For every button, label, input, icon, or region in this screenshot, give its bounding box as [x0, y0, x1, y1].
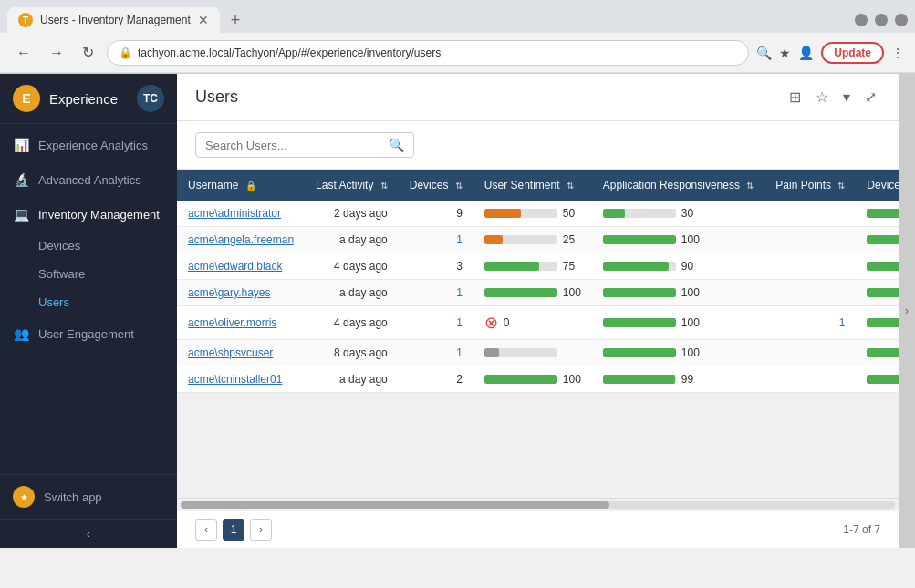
cell-device-performance — [856, 227, 899, 253]
cell-last-activity: 4 days ago — [305, 253, 399, 280]
sidebar-item-experience-analytics[interactable]: 📊 Experience Analytics — [0, 128, 177, 162]
search-bar: 🔍 — [177, 121, 899, 170]
sidebar-subitem-software[interactable]: Software — [0, 260, 177, 288]
username-link[interactable]: acme\oliver.morris — [188, 316, 276, 329]
inventory-management-icon: 💻 — [13, 206, 29, 222]
cell-pain-points — [764, 366, 856, 393]
username-link[interactable]: acme\administrator — [188, 207, 281, 220]
cell-app-responsiveness: 99 — [592, 366, 764, 393]
users-table-wrap[interactable]: Username 🔒 Last Activity ⇅ Devices ⇅ — [177, 170, 899, 498]
cell-pain-points — [764, 201, 856, 227]
next-page-button[interactable]: › — [250, 519, 272, 541]
menu-icon[interactable]: ⋮ — [891, 46, 904, 60]
forward-button[interactable]: → — [44, 43, 69, 63]
sidebar-subitem-devices[interactable]: Devices — [0, 232, 177, 260]
cell-pain-points — [764, 280, 856, 306]
logo-text: E — [22, 91, 30, 106]
new-tab-button[interactable]: + — [227, 11, 244, 30]
search-input[interactable] — [205, 139, 389, 152]
username-link[interactable]: acme\shpsvcuser — [188, 346, 273, 359]
advanced-analytics-icon: 🔬 — [13, 171, 29, 188]
window-minimize-button[interactable] — [855, 14, 868, 26]
address-input[interactable]: 🔒 tachyon.acme.local/Tachyon/App/#/exper… — [107, 40, 749, 66]
cell-devices: 1 — [399, 340, 473, 366]
cell-device-performance — [856, 253, 899, 280]
sidebar-nav: 📊 Experience Analytics 🔬 Advanced Analyt… — [0, 124, 177, 474]
username-link[interactable]: acme\edward.black — [188, 260, 282, 273]
cell-last-activity: a day ago — [305, 280, 399, 306]
profile-icon[interactable]: 👤 — [798, 46, 814, 60]
cell-username: acme\edward.black — [177, 253, 305, 280]
cell-device-performance — [856, 366, 899, 393]
cell-username: acme\angela.freeman — [177, 227, 305, 253]
cell-device-performance — [856, 280, 899, 306]
cell-user-sentiment — [473, 340, 592, 366]
expand-button[interactable]: ⤢ — [861, 85, 880, 109]
prev-page-button[interactable]: ‹ — [195, 519, 217, 541]
search-input-wrap[interactable]: 🔍 — [195, 132, 414, 158]
right-panel-collapse[interactable]: › — [899, 74, 915, 548]
username-link[interactable]: acme\gary.hayes — [188, 286, 271, 299]
window-close-button[interactable] — [895, 14, 908, 26]
collapse-icon: ‹ — [87, 527, 90, 541]
tab-close-button[interactable]: ✕ — [198, 13, 209, 27]
col-username[interactable]: Username 🔒 — [177, 170, 305, 201]
active-tab[interactable]: T Users - Inventory Management ✕ — [7, 7, 220, 33]
layout-toggle-button[interactable]: ⊞ — [785, 85, 805, 109]
cell-device-performance — [856, 306, 899, 340]
sidebar-subitem-users[interactable]: Users — [0, 288, 177, 316]
sidebar-item-user-engagement[interactable]: 👥 User Engagement — [0, 316, 177, 351]
bookmark-icon[interactable]: ★ — [779, 46, 791, 60]
cell-last-activity: 4 days ago — [305, 306, 399, 340]
window-maximize-button[interactable] — [875, 14, 888, 26]
user-engagement-icon: 👥 — [13, 325, 29, 342]
col-user-sentiment[interactable]: User Sentiment ⇅ — [473, 170, 592, 201]
horizontal-scrollbar[interactable] — [177, 498, 899, 511]
header-actions: ⊞ ☆ ▾ ⤢ — [785, 85, 880, 109]
search-submit-icon[interactable]: 🔍 — [389, 138, 404, 152]
page-info: 1-7 of 7 — [843, 523, 880, 536]
sort-icon: ⇅ — [380, 181, 388, 191]
col-device-performance[interactable]: Device Performance ⇅ — [856, 170, 899, 201]
table-row: acme\edward.black4 days ago37590 — [177, 253, 899, 280]
table-footer: ‹ 1 › 1-7 of 7 — [177, 511, 899, 548]
favorite-button[interactable]: ☆ — [812, 85, 832, 109]
col-pain-points[interactable]: Pain Points ⇅ — [764, 170, 856, 201]
sidebar-item-advanced-analytics[interactable]: 🔬 Advanced Analytics — [0, 162, 177, 197]
cell-app-responsiveness: 100 — [592, 340, 764, 366]
cell-app-responsiveness: 100 — [592, 306, 764, 340]
dropdown-button[interactable]: ▾ — [839, 85, 854, 109]
search-icon[interactable]: 🔍 — [756, 46, 772, 60]
col-devices[interactable]: Devices ⇅ — [399, 170, 473, 201]
col-last-activity[interactable]: Last Activity ⇅ — [305, 170, 399, 201]
address-actions: 🔍 ★ 👤 Update ⋮ — [756, 42, 904, 64]
sidebar: E Experience TC 📊 Experience Analytics 🔬… — [0, 74, 177, 548]
right-collapse-icon: › — [905, 304, 909, 317]
table-header-row: Username 🔒 Last Activity ⇅ Devices ⇅ — [177, 170, 899, 201]
browser-chrome: T Users - Inventory Management ✕ + ← → ↻… — [0, 0, 915, 74]
switch-app-icon: ★ — [13, 486, 35, 508]
switch-app-label: Switch app — [44, 490, 102, 504]
table-body: acme\administrator2 days ago95030acme\an… — [177, 201, 899, 393]
table-row: acme\administrator2 days ago95030 — [177, 201, 899, 227]
sidebar-footer[interactable]: ★ Switch app — [0, 474, 177, 519]
sidebar-collapse-button[interactable]: ‹ — [0, 519, 177, 548]
table-row: acme\angela.freemana day ago125100 — [177, 227, 899, 253]
sort-icon: ⇅ — [746, 181, 754, 191]
cell-devices: 2 — [399, 366, 473, 393]
lock-icon: 🔒 — [119, 46, 132, 59]
username-link[interactable]: acme\angela.freeman — [188, 233, 294, 246]
sidebar-item-inventory-management[interactable]: 💻 Inventory Management — [0, 197, 177, 232]
sidebar-item-label: Advanced Analytics — [38, 173, 141, 187]
username-link[interactable]: acme\tcninstaller01 — [188, 373, 282, 386]
tab-bar: T Users - Inventory Management ✕ + — [0, 0, 915, 33]
reload-button[interactable]: ↻ — [77, 42, 99, 63]
scroll-thumb[interactable] — [181, 501, 609, 509]
col-app-responsiveness[interactable]: Application Responsiveness ⇅ — [592, 170, 764, 201]
update-button[interactable]: Update — [821, 42, 884, 64]
sidebar-header: E Experience TC — [0, 74, 177, 124]
back-button[interactable]: ← — [11, 43, 36, 63]
sidebar-item-label: Experience Analytics — [38, 139, 148, 152]
window-controls — [855, 14, 908, 26]
page-1-button[interactable]: 1 — [223, 519, 244, 541]
